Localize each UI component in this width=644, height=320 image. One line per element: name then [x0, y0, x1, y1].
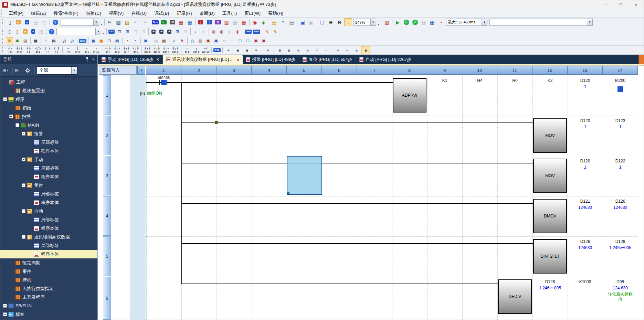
monitor-read-button[interactable]: ▣ — [213, 37, 220, 44]
chevron-down-icon[interactable]: ▼ — [95, 28, 101, 35]
statement-h2-button[interactable]: H — [158, 28, 165, 35]
tree-item-事件[interactable]: 事件 — [0, 267, 97, 276]
pair-red-1-button[interactable]: ▣ — [252, 37, 260, 44]
pair-red-2-button[interactable]: ▣ — [260, 37, 267, 44]
list-dots-button[interactable]: ▤ — [50, 37, 57, 44]
menu-item-7[interactable]: 调试(B) — [150, 10, 173, 17]
teal-wire-1-button[interactable]: ⇄ — [333, 46, 342, 54]
document-tab-1[interactable]: 手动 [PRG] [LD] 1356步× — [98, 55, 163, 64]
application-instruction-button[interactable]: { }F8 — [52, 46, 61, 54]
window-split-button[interactable]: ⊟ — [116, 28, 123, 35]
horizontal-line-button[interactable]: ─F9 — [64, 46, 73, 54]
pencil-1-button[interactable]: ✓ — [312, 46, 321, 54]
operand-device[interactable]: D128 — [603, 239, 638, 244]
instruction-block-DEDIV[interactable]: DEDIV — [498, 279, 532, 314]
menu-item-8[interactable]: 记录(R) — [173, 10, 196, 17]
operand-device[interactable]: K1 — [427, 78, 462, 83]
doc-find-red-button[interactable]: ◎ — [352, 46, 361, 54]
delete-horizontal-line-button[interactable]: ×cF9 — [82, 46, 92, 54]
chevron-down-icon[interactable]: ▼ — [482, 19, 487, 25]
selection-handle[interactable] — [287, 192, 289, 194]
device-replace-button[interactable]: ▦ — [98, 37, 105, 44]
device-monitor-window-button[interactable]: >_ — [160, 18, 168, 26]
document-grow-button[interactable]: * — [279, 18, 287, 26]
wrap-1-button[interactable]: ⊟ — [236, 37, 244, 44]
statement-h3-button[interactable]: H — [166, 28, 173, 35]
align-1-button[interactable]: ≡ — [221, 37, 228, 44]
pulse-orange-2-button[interactable]: ↯ — [272, 28, 279, 35]
navigation-close-icon[interactable]: × — [92, 57, 95, 62]
page-blue-button[interactable]: ▯ — [6, 28, 13, 35]
import-element-button[interactable]: ▣ — [14, 37, 21, 44]
rising-convert-button[interactable]: ↑aF5 — [182, 46, 192, 54]
operand-device[interactable]: M200 — [603, 78, 638, 83]
tree-item-工程[interactable]: 工程 — [0, 78, 97, 86]
monitor-mode-dropdown[interactable]: ▼ — [137, 66, 145, 75]
tree-expander-icon[interactable] — [22, 158, 25, 161]
gear-icon[interactable] — [25, 68, 30, 73]
rising-pulse-button[interactable]: ┤↑├sF7 — [103, 46, 113, 54]
toolbar-overflow-icon[interactable]: ▾ — [378, 23, 380, 27]
binoculars-replace-button[interactable]: ◎ — [68, 37, 76, 44]
tab-scroll-marker[interactable] — [638, 55, 644, 64]
tree-expander-icon[interactable] — [15, 123, 19, 127]
falling-pulse-close-button[interactable]: ┤↓├saF6 — [152, 46, 161, 54]
zoom-out-button[interactable]: ⊖ — [336, 18, 344, 26]
tree-expander-icon[interactable] — [9, 115, 13, 118]
tree-expander-icon[interactable] — [3, 304, 7, 308]
vertical-line-button[interactable]: │sF9 — [73, 46, 82, 54]
invert-result-button[interactable]: ─/caF10 — [201, 46, 210, 54]
falling-pulse-button[interactable]: ┤↓├sF8 — [113, 46, 122, 54]
edit-red-button[interactable]: ↯ — [179, 37, 186, 44]
tree-item-局部标签[interactable]: 局部标签 — [0, 241, 97, 250]
clock-blue-button[interactable]: ◔ — [132, 37, 139, 44]
operand-device[interactable]: D123 — [603, 118, 638, 124]
window-cascade-button[interactable]: ⊞ — [124, 28, 131, 35]
save-button[interactable]: ▪ — [23, 18, 31, 26]
snapshot-white-button[interactable]: ◉ — [251, 18, 259, 26]
tab-close-icon[interactable]: × — [237, 57, 239, 62]
find-instruction-button[interactable]: ◎ — [218, 28, 225, 35]
coil-button[interactable]: ( )F7 — [43, 46, 52, 54]
tree-expander-icon[interactable] — [22, 209, 25, 213]
instruction-block-MOV[interactable]: MOV — [533, 118, 567, 153]
selected-cell[interactable] — [287, 156, 322, 195]
tree-item-初始[interactable]: 初始 — [0, 104, 97, 112]
tab-close-icon[interactable]: × — [157, 57, 159, 62]
zoom-in-button[interactable]: ⊕ — [327, 18, 335, 26]
doc-write-red-button[interactable]: ▣ — [361, 46, 370, 54]
module-chip-button[interactable]: ▦ — [32, 37, 39, 44]
falling-close-branch-button[interactable]: ┤↓├saF8 — [171, 46, 180, 54]
monitor-write-button[interactable]: ▣ — [205, 37, 212, 44]
chevron-down-icon[interactable]: ▼ — [71, 67, 77, 74]
clipboard-edit-button[interactable]: ▨ — [22, 37, 29, 44]
tree-item-局部标签[interactable]: 局部标签 — [0, 138, 97, 147]
maximize-button[interactable]: □ — [613, 0, 629, 9]
tree-expander-icon[interactable] — [22, 235, 25, 239]
document-tab-5[interactable]: 自动 [PRG] [LD] 2267步 — [356, 55, 415, 64]
menu-item-11[interactable]: 窗口(W) — [241, 10, 264, 17]
device-hex-button[interactable]: H0 — [169, 18, 177, 26]
statement-h1-button[interactable]: H — [150, 28, 157, 35]
help-button[interactable]: ? — [51, 18, 59, 26]
help-2-button[interactable]: ? — [48, 28, 55, 35]
cut-button[interactable]: ✂ — [106, 18, 114, 26]
find-pair-1-button[interactable]: ◎ — [294, 46, 303, 54]
doc-check-button[interactable]: ▣ — [142, 37, 149, 44]
tree-item-程序本体[interactable]: 程序本体 — [0, 250, 97, 258]
menu-item-10[interactable]: 工具(T) — [219, 10, 241, 17]
save-all-button[interactable]: ▪ — [30, 28, 37, 35]
monitor-find-1-button[interactable]: ◎ — [189, 37, 196, 44]
menu-item-1[interactable]: 工程(P) — [5, 10, 27, 17]
tree-item-标签[interactable]: 标签 — [0, 310, 97, 319]
tree-item-局部标签[interactable]: 局部标签 — [0, 215, 97, 224]
toolbar-overflow-icon[interactable]: ▾ — [101, 23, 103, 27]
grid-teal-button[interactable]: ⊞ — [252, 46, 261, 54]
new-file-button[interactable]: ▯ — [6, 18, 14, 26]
doc-green-1-button[interactable]: ▣ — [233, 46, 242, 54]
operand-device[interactable]: K1000 — [568, 279, 603, 285]
menu-item-2[interactable]: 编辑(E) — [27, 10, 50, 17]
rising-close-branch-button[interactable]: ┤↑├saF7 — [161, 46, 171, 54]
scan-time-combo[interactable]: 最大: 12.463ms▼ — [446, 19, 487, 26]
window-blue-button[interactable]: ▣ — [299, 18, 307, 26]
